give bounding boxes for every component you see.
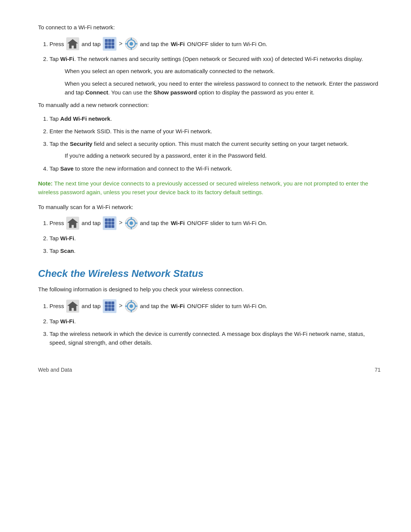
svg-rect-71 bbox=[105, 308, 108, 311]
svg-rect-73 bbox=[112, 308, 115, 311]
connect-step-1: Press and tap > bbox=[49, 37, 381, 51]
footer-left: Web and Data bbox=[38, 366, 72, 374]
check-press-label: Press bbox=[49, 302, 64, 310]
svg-rect-78 bbox=[131, 310, 132, 312]
svg-rect-60 bbox=[125, 222, 127, 224]
check-step1-wifi-bold: Wi-Fi bbox=[171, 302, 185, 310]
home-icon-1 bbox=[66, 37, 79, 50]
chevron-1: > bbox=[119, 39, 122, 49]
grid-icon-1 bbox=[103, 37, 116, 51]
svg-rect-41 bbox=[125, 43, 127, 45]
scan-press-label: Press bbox=[49, 219, 64, 227]
note-block: Note: The next time your device connects… bbox=[38, 179, 381, 197]
indent-para-2: When you select a secured network, you n… bbox=[65, 79, 381, 97]
scan-step-1: Press and tap > bbox=[49, 216, 381, 230]
check-chevron: > bbox=[119, 301, 122, 311]
check-step-2: Tap Wi-Fi. bbox=[49, 317, 381, 326]
svg-rect-27 bbox=[105, 39, 108, 42]
home-icon-3 bbox=[66, 300, 79, 313]
check-and-tap-label: and tap bbox=[81, 302, 100, 310]
svg-rect-40 bbox=[131, 48, 132, 50]
svg-rect-72 bbox=[108, 308, 112, 311]
scan-step1-wifi-bold: Wi-Fi bbox=[171, 219, 185, 227]
section-desc: The following information is designed to… bbox=[38, 285, 381, 294]
svg-rect-48 bbox=[112, 218, 115, 221]
svg-rect-34 bbox=[108, 46, 112, 49]
note-label: Note: bbox=[38, 180, 53, 187]
svg-rect-58 bbox=[131, 217, 132, 219]
svg-point-57 bbox=[129, 221, 133, 225]
step1-suffix2: ON/OFF slider to turn Wi-Fi On. bbox=[187, 40, 267, 48]
svg-rect-47 bbox=[108, 218, 112, 221]
svg-rect-28 bbox=[108, 39, 112, 42]
note-text: The next time your device connects to a … bbox=[38, 180, 368, 195]
scan-chevron: > bbox=[119, 218, 122, 228]
intro-connect: To connect to a Wi-Fi network: bbox=[38, 23, 381, 32]
check-step1-suffix2: ON/OFF slider to turn Wi-Fi On. bbox=[187, 302, 267, 310]
manual-add-steps: Tap Add Wi-Fi network. Enter the Network… bbox=[49, 114, 381, 173]
svg-rect-46 bbox=[105, 218, 108, 221]
footer: Web and Data 71 bbox=[38, 366, 381, 374]
scan-step1-suffix2: ON/OFF slider to turn Wi-Fi On. bbox=[187, 219, 267, 227]
add-step-3: Tap the Security field and select a secu… bbox=[49, 139, 381, 160]
svg-rect-35 bbox=[112, 46, 115, 49]
svg-point-38 bbox=[129, 42, 133, 46]
check-step-3: Tap the wireless network in which the de… bbox=[49, 329, 381, 347]
scan-step-3: Tap Scan. bbox=[49, 246, 381, 255]
manual-add-intro: To manually add a new network connection… bbox=[38, 101, 381, 109]
svg-rect-61 bbox=[135, 222, 137, 224]
svg-rect-70 bbox=[112, 305, 115, 308]
section-heading: Check the Wireless Network Status bbox=[38, 266, 381, 281]
settings-icon-3 bbox=[125, 300, 138, 313]
connect-step-2: Tap Wi-Fi. The network names and securit… bbox=[49, 54, 381, 97]
svg-rect-30 bbox=[105, 42, 108, 45]
check-step-1: Press and tap > bbox=[49, 299, 381, 313]
svg-rect-79 bbox=[125, 305, 127, 307]
press-label: Press bbox=[49, 40, 64, 48]
svg-rect-53 bbox=[108, 225, 112, 228]
grid-icon-2 bbox=[103, 216, 116, 230]
svg-rect-33 bbox=[105, 46, 108, 49]
and-tap-label-1: and tap bbox=[81, 40, 100, 48]
scan-step-2: Tap Wi-Fi. bbox=[49, 234, 381, 243]
home-icon-2 bbox=[66, 217, 79, 230]
settings-icon-2 bbox=[125, 217, 138, 230]
add-step-1: Tap Add Wi-Fi network. bbox=[49, 114, 381, 123]
svg-rect-29 bbox=[112, 39, 115, 42]
footer-right: 71 bbox=[374, 366, 381, 374]
svg-rect-80 bbox=[135, 305, 137, 307]
add-step-2: Enter the Network SSID. This is the name… bbox=[49, 127, 381, 136]
svg-rect-51 bbox=[112, 222, 115, 225]
step1-wifi-bold: Wi-Fi bbox=[171, 40, 185, 48]
check-steps: Press and tap > bbox=[49, 299, 381, 347]
step2-suffix: . The network names and security setting… bbox=[74, 56, 363, 62]
svg-rect-49 bbox=[105, 222, 108, 225]
svg-rect-77 bbox=[131, 300, 132, 302]
step2-tap: Tap bbox=[49, 56, 59, 62]
svg-rect-68 bbox=[105, 305, 108, 308]
svg-rect-52 bbox=[105, 225, 108, 228]
add-step-4: Tap Save to store the new information an… bbox=[49, 164, 381, 173]
grid-icon-3 bbox=[103, 299, 116, 313]
connect-steps: Press and tap > bbox=[49, 37, 381, 97]
svg-rect-67 bbox=[112, 301, 115, 304]
manual-scan-steps: Press and tap > bbox=[49, 216, 381, 256]
svg-rect-66 bbox=[108, 301, 112, 304]
scan-and-tap-label: and tap bbox=[81, 219, 100, 227]
svg-rect-65 bbox=[105, 301, 108, 304]
step1-suffix: and tap the bbox=[140, 40, 169, 48]
svg-rect-69 bbox=[108, 305, 112, 308]
svg-rect-50 bbox=[108, 222, 112, 225]
svg-rect-42 bbox=[135, 43, 137, 45]
indent-para-1: When you select an open network, you are… bbox=[65, 67, 381, 75]
svg-rect-32 bbox=[112, 42, 115, 45]
svg-rect-31 bbox=[108, 42, 112, 45]
svg-rect-54 bbox=[112, 225, 115, 228]
svg-rect-59 bbox=[131, 227, 132, 229]
settings-icon-1 bbox=[125, 37, 138, 50]
step2-wifi-bold: Wi-Fi bbox=[60, 56, 74, 62]
svg-point-76 bbox=[129, 304, 133, 308]
check-step1-suffix: and tap the bbox=[140, 302, 169, 310]
svg-rect-39 bbox=[131, 38, 132, 40]
add-step3-indent: If you're adding a network secured by a … bbox=[65, 151, 381, 160]
